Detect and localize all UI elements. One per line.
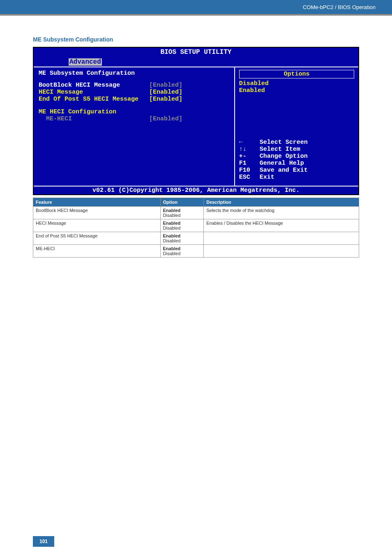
table-row: HECI Message EnabledDisabled Enables / D… xyxy=(33,219,359,232)
option-enabled[interactable]: Enabled xyxy=(239,87,354,94)
nav-change-option: +-Change Option xyxy=(239,153,354,160)
options-block: Options Disabled Enabled xyxy=(239,70,354,94)
col-feature: Feature xyxy=(33,198,161,207)
bios-screenshot: BIOS SETUP UTILITY Advanced ME Subsystem… xyxy=(33,47,359,195)
cell-desc xyxy=(204,245,359,258)
page-header: COMe-bPC2 / BIOS Operation xyxy=(0,0,392,16)
opt-plain: Disabled xyxy=(163,213,181,218)
bios-item-meheci[interactable]: ME-HECI [Enabled] xyxy=(39,115,229,122)
bios-item-label: HECI Message xyxy=(39,89,149,96)
cell-desc: Enables / Disables the HECI Message xyxy=(204,219,359,232)
bios-banner: BIOS SETUP UTILITY xyxy=(34,48,358,56)
option-disabled[interactable]: Disabled xyxy=(239,80,354,87)
bios-item-value: [Enabled] xyxy=(149,82,229,89)
cell-option: EnabledDisabled xyxy=(160,219,204,232)
cell-desc xyxy=(204,232,359,245)
bios-footer: v02.61 (C)Copyright 1985-2006, American … xyxy=(34,186,358,194)
bios-group-label: ME HECI Configuration xyxy=(39,108,229,115)
bios-left-panel: ME Subsystem Configuration BootBlock HEC… xyxy=(34,67,235,186)
bios-tab-advanced[interactable]: Advanced xyxy=(69,58,102,66)
cell-option: EnabledDisabled xyxy=(160,245,204,258)
col-description: Description xyxy=(204,198,359,207)
nav-key: F10 xyxy=(239,167,260,174)
page-number: 101 xyxy=(33,536,54,547)
cell-feature: BootBlock HECI Message xyxy=(33,207,161,219)
nav-block: ←Select Screen ↑↓Select Item +-Change Op… xyxy=(239,139,354,181)
nav-label: General Help xyxy=(260,160,304,167)
nav-select-screen: ←Select Screen xyxy=(239,139,354,146)
nav-save-exit: F10Save and Exit xyxy=(239,167,354,174)
nav-label: Save and Exit xyxy=(260,167,308,174)
cell-option: EnabledDisabled xyxy=(160,232,204,245)
cell-feature: ME-HECI xyxy=(33,245,161,258)
bios-item-value: [Enabled] xyxy=(149,89,229,96)
table-row: BootBlock HECI Message EnabledDisabled S… xyxy=(33,207,359,219)
table-row: End of Post S5 HECI Message EnabledDisab… xyxy=(33,232,359,245)
table-row: ME-HECI EnabledDisabled xyxy=(33,245,359,258)
cell-desc: Selects the mode of the watchdog xyxy=(204,207,359,219)
nav-label: Select Screen xyxy=(260,139,308,146)
cell-feature: HECI Message xyxy=(33,219,161,232)
breadcrumb: COMe-bPC2 / BIOS Operation xyxy=(303,4,376,10)
nav-key: ← xyxy=(239,139,260,146)
nav-select-item: ↑↓Select Item xyxy=(239,146,354,153)
feature-table: Feature Option Description BootBlock HEC… xyxy=(33,198,359,258)
cell-feature: End of Post S5 HECI Message xyxy=(33,232,161,245)
opt-bold: Enabled xyxy=(163,221,181,226)
nav-key: ↑↓ xyxy=(239,146,260,153)
bios-item-label: End Of Post S5 HECI Message xyxy=(39,96,149,103)
table-header-row: Feature Option Description xyxy=(33,198,359,207)
opt-plain: Disabled xyxy=(163,238,181,243)
nav-label: Change Option xyxy=(260,153,308,160)
nav-general-help: F1General Help xyxy=(239,160,354,167)
nav-key: F1 xyxy=(239,160,260,167)
bios-body: ME Subsystem Configuration BootBlock HEC… xyxy=(34,67,358,186)
bios-top-bar: BIOS SETUP UTILITY Advanced xyxy=(34,48,358,67)
bios-item-label: ME-HECI xyxy=(39,115,149,122)
page-content: ME Subsystem Configuration BIOS SETUP UT… xyxy=(0,16,392,258)
bios-item-value: [Enabled] xyxy=(149,115,229,122)
bios-item-endofpost[interactable]: End Of Post S5 HECI Message [Enabled] xyxy=(39,96,229,103)
opt-bold: Enabled xyxy=(163,246,181,251)
opt-plain: Disabled xyxy=(163,226,181,230)
opt-plain: Disabled xyxy=(163,251,181,256)
nav-key: +- xyxy=(239,153,260,160)
section-title: ME Subsystem Configuration xyxy=(33,36,359,43)
bios-item-value: [Enabled] xyxy=(149,96,229,103)
options-header: Options xyxy=(239,70,354,78)
opt-bold: Enabled xyxy=(163,233,181,238)
col-option: Option xyxy=(160,198,204,207)
bios-item-label: BootBlock HECI Message xyxy=(39,82,149,89)
bios-right-panel: Options Disabled Enabled ←Select Screen … xyxy=(235,67,358,186)
panel-title: ME Subsystem Configuration xyxy=(39,70,229,77)
nav-exit: ESCExit xyxy=(239,174,354,181)
cell-option: EnabledDisabled xyxy=(160,207,204,219)
bios-item-bootblock[interactable]: BootBlock HECI Message [Enabled] xyxy=(39,82,229,89)
opt-bold: Enabled xyxy=(163,208,181,213)
bios-item-heci[interactable]: HECI Message [Enabled] xyxy=(39,89,229,96)
nav-key: ESC xyxy=(239,174,260,181)
nav-label: Select Item xyxy=(260,146,300,153)
nav-label: Exit xyxy=(260,174,274,181)
